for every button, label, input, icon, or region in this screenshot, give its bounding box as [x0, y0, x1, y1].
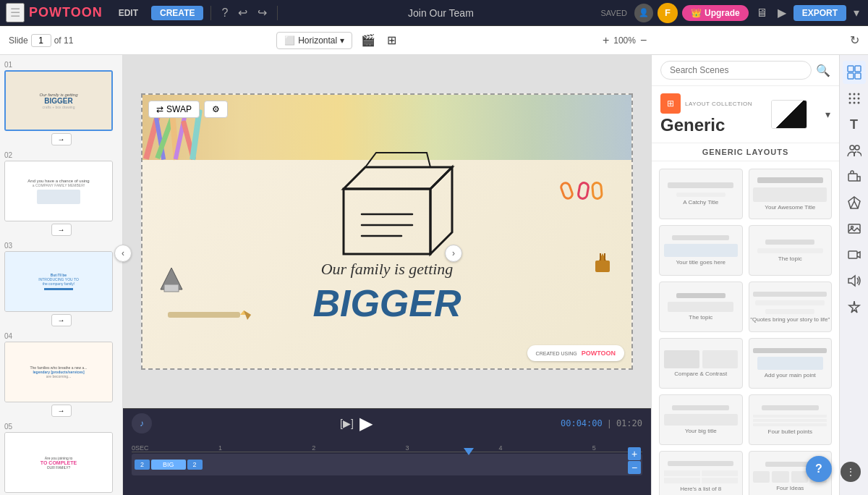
- image-icon-button[interactable]: [843, 217, 866, 240]
- layout-card-4[interactable]: The topic: [659, 282, 743, 332]
- timeline-track[interactable]: 2 BIG 2 + −: [132, 454, 642, 475]
- more-options-button[interactable]: ⋮: [841, 462, 861, 482]
- timeline-segment-2[interactable]: BIG: [151, 460, 186, 470]
- slide-thumb-4[interactable]: 04 The families who breathe a new a... l…: [4, 332, 118, 417]
- video-icon-button[interactable]: [843, 243, 866, 266]
- swap-label: SWAP: [166, 104, 192, 114]
- play-button[interactable]: ▶: [359, 413, 373, 433]
- right-panel: 🔍 ⊞ LAYOUT COLLECTION Generic ▾ GENERIC …: [651, 55, 839, 495]
- characters2-icon-button[interactable]: [843, 191, 866, 214]
- layout-card-7[interactable]: Add your main point: [749, 338, 833, 389]
- search-scenes-input[interactable]: [660, 61, 812, 80]
- slide-image-4[interactable]: The families who breathe a new a... lege…: [4, 342, 113, 402]
- zoom-in-button[interactable]: +: [603, 34, 609, 47]
- effects-icon-button[interactable]: [843, 295, 866, 318]
- presentation-title: Join Our Team: [285, 7, 596, 19]
- edit-button[interactable]: EDIT: [110, 6, 147, 20]
- whiteboard-label: Generic: [660, 115, 752, 135]
- paper-clips: [561, 182, 603, 203]
- preview-icon[interactable]: 🖥: [753, 5, 770, 21]
- layout-card-title-7: Add your main point: [765, 372, 816, 378]
- slide-duplicate-button-1[interactable]: →: [51, 133, 72, 145]
- slide-thumb-2[interactable]: 02 And you have a chance of using a COMP…: [4, 151, 118, 236]
- next-slide-arrow[interactable]: ›: [445, 245, 462, 262]
- svg-point-15: [857, 98, 859, 100]
- grid-icon[interactable]: ⊞: [384, 32, 399, 48]
- orientation-button[interactable]: ⬜ Horizontal ▾: [276, 32, 352, 49]
- layout-card-10[interactable]: Here's a list of 8: [659, 451, 743, 495]
- undo-icon[interactable]: ↩: [235, 4, 250, 21]
- layout-card-5[interactable]: "Quotes bring your story to life": [749, 282, 833, 332]
- export-chevron-icon[interactable]: ▾: [851, 4, 862, 21]
- right-panel-header: ⊞ LAYOUT COLLECTION Generic ▾: [652, 86, 839, 143]
- prev-slide-arrow[interactable]: ‹: [114, 245, 132, 262]
- layout-card-9[interactable]: Four bullet points: [749, 394, 833, 445]
- characters-icon-button[interactable]: [843, 139, 866, 162]
- play-outline-button[interactable]: [▶]: [340, 418, 354, 429]
- canvas-settings-button[interactable]: ⚙: [204, 101, 228, 118]
- nav-right-group: SAVED 👤 F 👑 Upgrade 🖥 ▶ EXPORT ▾: [600, 3, 862, 23]
- play-area: [▶] ▶: [158, 413, 555, 433]
- create-button[interactable]: CREATE: [151, 6, 203, 20]
- layout-card-2[interactable]: Your title goes here: [659, 225, 743, 276]
- upgrade-button[interactable]: 👑 Upgrade: [682, 5, 749, 21]
- svg-rect-24: [848, 251, 857, 258]
- timeline-zoom-in[interactable]: +: [628, 447, 641, 460]
- slide-duplicate-button-2[interactable]: →: [51, 224, 72, 236]
- grid-pattern-icon-button[interactable]: [843, 87, 866, 110]
- camera-icon[interactable]: 🎬: [358, 32, 378, 48]
- audio-icon-button[interactable]: [843, 269, 866, 292]
- timeline-segment-3[interactable]: 2: [187, 460, 203, 470]
- text-icon-button[interactable]: T: [843, 113, 866, 136]
- play-preview-icon[interactable]: ▶: [775, 4, 789, 21]
- slide-thumb-1[interactable]: 01 Our family is getting BIGGER crafts +…: [4, 61, 118, 145]
- slide-image-3[interactable]: But I'll be INTRODUCING YOU TO the compa…: [4, 251, 113, 312]
- slide-text-area: Our family is getting BIGGER: [142, 260, 631, 325]
- canvas-slide[interactable]: ⇄ SWAP ⚙: [141, 93, 633, 370]
- text-icon: T: [850, 117, 858, 132]
- slide-info: Slide of 11: [9, 34, 73, 47]
- slide-image-1[interactable]: Our family is getting BIGGER crafts + bo…: [4, 70, 113, 131]
- zoom-out-button[interactable]: −: [640, 34, 647, 47]
- layout-icon: ⊞: [660, 93, 681, 114]
- user-initial-avatar: F: [658, 3, 678, 23]
- layout-card-1[interactable]: Your Awesome Title: [749, 169, 833, 219]
- music-button[interactable]: ♪: [132, 413, 152, 433]
- layout-card-3[interactable]: The topic: [749, 225, 833, 276]
- export-button[interactable]: EXPORT: [793, 5, 846, 21]
- slide-thumb-3[interactable]: 03 But I'll be INTRODUCING YOU TO the co…: [4, 242, 118, 326]
- redo-icon[interactable]: ↪: [255, 4, 270, 21]
- props-icon-button[interactable]: [843, 165, 866, 188]
- timeline-track-area: 0SEC 1 2 3 4 5 2 BIG 2: [123, 438, 651, 495]
- svg-point-11: [853, 93, 855, 96]
- help-icon[interactable]: ?: [218, 5, 231, 21]
- layout-card-6[interactable]: Compare & Contrast: [659, 338, 743, 389]
- layout-card-title-11: Four Ideas: [776, 485, 804, 491]
- timeline-zoom-out[interactable]: −: [628, 461, 641, 474]
- slide-duplicate-button-4[interactable]: →: [51, 405, 72, 417]
- swap-button[interactable]: ⇄ SWAP: [148, 101, 200, 118]
- hamburger-menu[interactable]: ☰: [6, 3, 25, 22]
- slides-panel: 01 Our family is getting BIGGER crafts +…: [0, 55, 123, 495]
- slide-duplicate-button-3[interactable]: →: [51, 314, 72, 326]
- music-note-icon: ♪: [140, 418, 144, 428]
- badge-created-text: CREATED USING: [536, 351, 577, 356]
- panel-chevron-icon[interactable]: ▾: [825, 109, 830, 120]
- search-button[interactable]: 🔍: [816, 64, 830, 77]
- svg-point-17: [853, 102, 855, 104]
- layout-card-8[interactable]: Your big title: [659, 394, 743, 445]
- slide-image-2[interactable]: And you have a chance of using a COMPANY…: [4, 161, 113, 221]
- layout-card-title-9: Four bullet points: [768, 428, 812, 435]
- canvas-wrapper: ⇄ SWAP ⚙: [123, 55, 651, 408]
- layout-card-0[interactable]: A Catchy Title: [659, 169, 743, 219]
- slide-number-input[interactable]: [31, 34, 51, 47]
- scenes-icon-button[interactable]: [843, 61, 866, 84]
- slide-thumb-5[interactable]: 05 Are you joining to TO COMPLETE OUR FA…: [4, 423, 118, 495]
- timeline-segment-1[interactable]: 2: [135, 460, 150, 470]
- toolbar-bar: Slide of 11 ⬜ Horizontal ▾ 🎬 ⊞ + 100% − …: [0, 26, 868, 55]
- slide-image-5[interactable]: Are you joining to TO COMPLETE OUR FAMIL…: [4, 432, 113, 493]
- help-button[interactable]: ?: [806, 456, 832, 482]
- svg-point-18: [857, 102, 859, 104]
- refresh-button[interactable]: ↻: [850, 33, 859, 47]
- generic-layouts-section-label: GENERIC LAYOUTS: [652, 143, 839, 161]
